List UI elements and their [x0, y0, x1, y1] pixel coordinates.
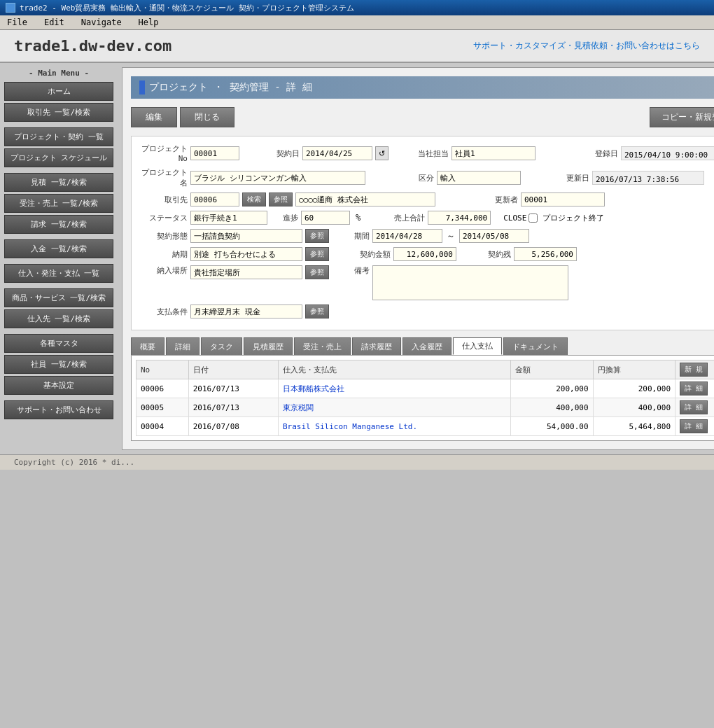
update-date-value: 2016/07/13 7:38:56	[592, 171, 704, 185]
purchase-table: No 日付 仕入先・支払先 金額 円換算 新 規 00006 2016/07/1…	[136, 360, 714, 436]
status-input[interactable]	[190, 211, 267, 225]
form-row-4: ステータス 進捗 % 売上合計 CLOSE プロジェクト終了	[139, 211, 714, 225]
period-end-input[interactable]	[459, 229, 529, 243]
updater-input[interactable]	[521, 192, 605, 206]
tab-detail[interactable]: 詳細	[166, 337, 200, 355]
row2-yen: 400,000	[593, 398, 676, 417]
sidebar-item-product-list[interactable]: 商品・サービス 一覧/検索	[4, 288, 113, 307]
row3-yen: 5,464,800	[593, 417, 676, 436]
support-link[interactable]: サポート・カスタマイズ・見積依頼・お問い合わせはこちら	[473, 40, 700, 52]
sidebar-item-project-list[interactable]: プロジェクト・契約 一覧	[4, 127, 113, 146]
tab-invoice-history[interactable]: 請求履歴	[352, 337, 401, 355]
table-row: 00006 2016/07/13 日本郵船株式会社 200,000 200,00…	[136, 379, 715, 398]
app-icon	[6, 3, 15, 13]
row1-no: 00006	[136, 379, 189, 398]
payment-terms-input[interactable]	[190, 304, 302, 318]
project-name-label: プロジェクト名	[139, 167, 188, 188]
staff-input[interactable]	[451, 146, 536, 160]
tab-estimate-history[interactable]: 見積履歴	[244, 337, 293, 355]
contract-type-input[interactable]	[190, 229, 302, 243]
tab-purchase-payment[interactable]: 仕入支払	[453, 337, 502, 355]
sidebar-item-payment-list[interactable]: 入金 一覧/検索	[4, 239, 113, 258]
close-main-button[interactable]: 閉じる	[180, 107, 234, 127]
category-input[interactable]	[437, 171, 521, 185]
delivery-place-ref-button[interactable]: 参照	[305, 265, 329, 279]
form-row-5: 契約形態 参照 期間 ～	[139, 229, 714, 243]
menu-navigate[interactable]: Navigate	[78, 17, 125, 28]
status-label: ステータス	[139, 213, 188, 223]
sidebar-item-estimate-list[interactable]: 見積 一覧/検索	[4, 173, 113, 192]
sales-total-input[interactable]	[428, 211, 491, 225]
form-row-6: 納期 参照 契約金額 契約残	[139, 247, 714, 261]
form-row-3: 取引先 検索 参照 更新者	[139, 192, 714, 206]
table-row: 00004 2016/07/08 Brasil Silicon Manganes…	[136, 417, 715, 436]
sidebar-item-sales-list[interactable]: 受注・売上 一覧/検索	[4, 194, 113, 213]
title-bar: trade2 - Web貿易実務 輸出輸入・通関・物流スケジュール 契約・プロジ…	[0, 0, 714, 15]
row2-detail-button[interactable]: 詳 細	[680, 400, 708, 414]
main-layout: - Main Menu - ホーム 取引先 一覧/検索 プロジェクト・契約 一覧…	[0, 63, 714, 454]
menu-edit[interactable]: Edit	[41, 17, 67, 28]
row1-date: 2016/07/13	[188, 379, 278, 398]
menu-help[interactable]: Help	[136, 17, 162, 28]
project-no-input[interactable]	[190, 146, 239, 160]
tab-document[interactable]: ドキュメント	[503, 337, 568, 355]
sidebar-item-supplier-list[interactable]: 仕入先 一覧/検索	[4, 309, 113, 328]
remarks-textarea[interactable]	[372, 265, 568, 300]
delivery-input[interactable]	[190, 247, 302, 261]
sidebar-item-master[interactable]: 各種マスタ	[4, 334, 113, 353]
col-action: 新 規	[676, 360, 714, 379]
copy-new-button[interactable]: コピー・新規登録	[650, 107, 714, 127]
contract-date-input[interactable]	[302, 146, 372, 160]
client-code-input[interactable]	[190, 192, 239, 206]
refresh-button[interactable]: ↺	[375, 146, 388, 160]
contract-type-ref-button[interactable]: 参照	[305, 229, 329, 243]
menu-file[interactable]: File	[4, 17, 30, 28]
sidebar-item-project-schedule[interactable]: プロジェクト スケジュール	[4, 148, 113, 167]
sidebar-item-employee-list[interactable]: 社員 一覧/検索	[4, 355, 113, 374]
period-label: 期間	[349, 231, 370, 241]
sidebar-item-settings[interactable]: 基本設定	[4, 376, 113, 395]
tab-summary[interactable]: 概要	[131, 337, 164, 355]
form-row-1: プロジェクトNo 契約日 ↺ 当社担当 登録日 2015/04/10 9:00:…	[139, 144, 714, 163]
contract-amount-label: 契約金額	[349, 249, 391, 260]
client-search-button[interactable]: 検索	[242, 192, 266, 206]
row1-supplier: 日本郵船株式会社	[278, 379, 510, 398]
col-date: 日付	[188, 360, 278, 379]
close-checkbox[interactable]	[528, 214, 538, 223]
client-name-input[interactable]	[295, 192, 435, 206]
sidebar-item-invoice-list[interactable]: 請求 一覧/検索	[4, 215, 113, 234]
row1-detail-button[interactable]: 詳 細	[680, 382, 708, 396]
content-area: プロジェクト ・ 契約管理 - 詳 細 編集 閉じる コピー・新規登録 プロジェ…	[122, 67, 714, 450]
row3-supplier: Brasil Silicon Manganese Ltd.	[278, 417, 510, 436]
sidebar-item-support[interactable]: サポート・お問い合わせ	[4, 400, 113, 419]
sidebar-item-client-list[interactable]: 取引先 一覧/検索	[4, 103, 113, 122]
delivery-label: 納期	[139, 249, 188, 260]
new-record-button[interactable]: 新 規	[680, 363, 708, 377]
row1-action: 詳 細	[676, 379, 714, 398]
sidebar-item-purchase-list[interactable]: 仕入・発注・支払 一覧	[4, 264, 113, 283]
tab-task[interactable]: タスク	[201, 337, 242, 355]
project-name-input[interactable]	[190, 171, 365, 185]
sidebar-item-home[interactable]: ホーム	[4, 82, 113, 101]
row3-detail-button[interactable]: 詳 細	[680, 419, 708, 433]
delivery-place-input[interactable]	[190, 265, 302, 279]
app-header: trade1.dw-dev.com サポート・カスタマイズ・見積依頼・お問い合わ…	[0, 30, 714, 63]
staff-label: 当社担当	[400, 148, 449, 159]
client-ref-button[interactable]: 参照	[269, 192, 293, 206]
footer: Copyright (c) 2016 * di...	[0, 454, 714, 470]
row3-no: 00004	[136, 417, 189, 436]
page-title-bar: プロジェクト ・ 契約管理 - 詳 細	[131, 76, 714, 99]
contract-balance-input[interactable]	[514, 247, 577, 261]
sidebar-title: - Main Menu -	[4, 69, 113, 78]
row2-supplier: 東京税関	[278, 398, 510, 417]
table-area: No 日付 仕入先・支払先 金額 円換算 新 規 00006 2016/07/1…	[131, 355, 714, 441]
progress-input[interactable]	[301, 211, 350, 225]
tab-sales[interactable]: 受注・売上	[294, 337, 351, 355]
row2-amount: 400,000	[510, 398, 593, 417]
period-start-input[interactable]	[372, 229, 442, 243]
edit-button[interactable]: 編集	[131, 107, 177, 127]
contract-amount-input[interactable]	[393, 247, 456, 261]
delivery-ref-button[interactable]: 参照	[305, 247, 329, 261]
payment-terms-ref-button[interactable]: 参照	[305, 304, 329, 318]
tab-payment-history[interactable]: 入金履歴	[402, 337, 451, 355]
